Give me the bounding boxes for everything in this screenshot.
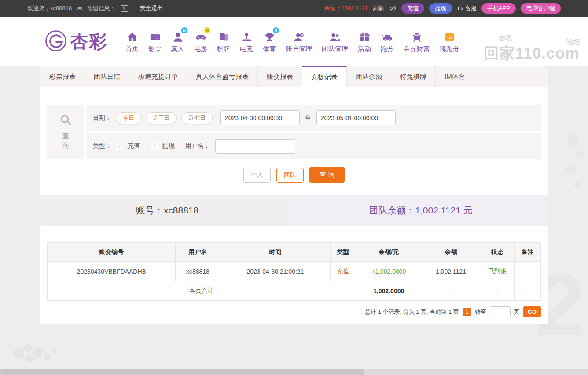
recharge-checkbox[interactable]: ✓ [116, 143, 123, 150]
team-button[interactable]: 团队 [276, 168, 304, 183]
team-manage-icon [329, 30, 341, 43]
nav-label: 嗨跑分 [440, 45, 459, 53]
egame-gamepad-icon: H [195, 30, 207, 43]
date-to-input[interactable] [317, 114, 396, 121]
withdraw-checkbox[interactable]: ✓ [151, 143, 158, 150]
summary-status: - [480, 281, 514, 301]
actions-row: 个人 团队 查 询 [47, 167, 541, 183]
nav-item-paofen[interactable]: 跑分 [378, 30, 397, 53]
nav-item-esports[interactable]: 电竞 [237, 30, 256, 53]
filter-date-row: 日期： 今日 近三日 近七日 至 [86, 105, 541, 131]
quick-3days-button[interactable]: 近三日 [146, 112, 177, 124]
tab-deposit-withdraw-records[interactable]: 充提记录 [302, 66, 347, 87]
to-label: 至 [305, 114, 311, 122]
tab-fast-orders[interactable]: 极速充提订单 [129, 66, 187, 87]
date-label: 日期： [93, 114, 111, 122]
summary-balance: - [422, 281, 480, 301]
tab-im-sports[interactable]: IM体育 [436, 66, 474, 87]
nav-item-activity[interactable]: 活动 [355, 30, 374, 53]
logout-link[interactable]: 安全退出 [140, 4, 163, 12]
account-label: 账号： [136, 204, 164, 217]
col-time: 时间 [220, 243, 331, 262]
tab-special-chess[interactable]: 特兔棋牌 [391, 66, 436, 87]
nav-label: 体育 [263, 45, 276, 53]
logo-emblem-icon [44, 29, 68, 54]
badge-n: N [273, 27, 279, 33]
nav-item-egame[interactable]: H 电游 [191, 30, 210, 53]
nav-label: 金鼎财富 [404, 45, 430, 53]
query-side-button[interactable]: 查询 [47, 105, 84, 159]
mobile-app-button[interactable]: 手机APP [481, 3, 516, 14]
tab-lottery-report[interactable]: 彩票报表 [40, 66, 85, 87]
horizontal-scrollbar[interactable] [0, 369, 588, 375]
balance-label: 余额： [324, 5, 341, 11]
nav-label: 账户管理 [286, 45, 312, 53]
nav-item-lottery[interactable]: 彩票 [145, 30, 165, 53]
recharge-checkbox-label[interactable]: 充值 [128, 142, 140, 150]
summary-remark: - [514, 281, 540, 301]
col-change-id: 账变编号 [48, 243, 176, 262]
topbar-right: 余额：1002.1121 刷新 充值 提现 客服 手机APP 电脑客户端 [324, 3, 561, 14]
badge-n: N [181, 27, 187, 33]
goto-page-input[interactable] [490, 306, 511, 317]
cell-amount: +1,002.0000 [356, 262, 422, 281]
go-button[interactable]: GO [523, 306, 541, 317]
account-summary-bar: 账号：xc88818 团队余额：1,002.1121 元 [40, 195, 548, 226]
query-button[interactable]: 查 询 [309, 167, 345, 183]
refresh-link[interactable]: 刷新 [373, 4, 384, 12]
team-balance: 团队余额：1,002.1121 元 [294, 195, 548, 226]
nav-item-team-manage[interactable]: 团队管理 [319, 30, 351, 53]
nav-item-chess[interactable]: 棋牌 [214, 30, 233, 53]
envelope-icon[interactable]: ✉ [77, 4, 82, 12]
date-to-field[interactable] [316, 110, 396, 125]
balance-text: 余额：1002.1121 [324, 4, 368, 12]
withdraw-button[interactable]: 提现 [429, 3, 452, 14]
welcome-text: 欢迎您，xc88818 [27, 4, 72, 12]
cell-change-id: 20230430VBBFDAADHB [48, 262, 176, 281]
pagination: 总计 1 个记录, 分为 1 页, 当前第 1 页 1 转至 页 GO [47, 306, 541, 317]
nav-item-home[interactable]: 首页 [122, 30, 142, 53]
pagination-info: 总计 1 个记录, 分为 1 页, 当前第 1 页 [365, 308, 459, 316]
username-input[interactable] [215, 139, 295, 154]
withdraw-checkbox-label[interactable]: 提现 [162, 142, 175, 150]
edit-icon[interactable]: ✎ [121, 5, 128, 12]
watermark-text-2: 论坛 [567, 38, 580, 46]
tab-team-daily[interactable]: 团队日结 [85, 66, 129, 87]
site-logo[interactable]: 杏彩 [44, 29, 107, 54]
service-label: 客服 [465, 4, 477, 12]
tab-team-balance[interactable]: 团队余额 [347, 66, 391, 87]
col-username: 用户名 [176, 243, 220, 262]
date-from-field[interactable] [220, 110, 300, 125]
balance-value: 1002.1121 [341, 5, 368, 11]
tab-live-sports-report[interactable]: 真人体育盈亏报表 [187, 66, 258, 87]
current-page-badge[interactable]: 1 [463, 308, 471, 316]
topbar: 欢迎您，xc88818 ✉ 预留信息： ✎ 安全退出 余额：1002.1121 … [0, 0, 588, 17]
nav-item-live[interactable]: N 真人 [168, 30, 187, 53]
personal-button[interactable]: 个人 [243, 168, 271, 183]
customer-service-link[interactable]: 客服 [457, 4, 477, 12]
cell-balance: 1,002.1121 [422, 262, 480, 281]
cell-type: 充值 [331, 262, 356, 281]
table-header-row: 账变编号 用户名 时间 类型 金额/元 余额 状态 备注 [48, 243, 541, 262]
account-manage-icon [293, 30, 305, 43]
quick-7days-button[interactable]: 近七日 [181, 112, 213, 124]
main-nav: 首页 彩票 N 真人 H 电游 [122, 30, 463, 53]
badge-h: H [204, 27, 210, 33]
account-value: xc88818 [164, 205, 198, 216]
date-from-input[interactable] [221, 114, 300, 121]
nav-item-wealth[interactable]: 金鼎财富 [401, 30, 433, 53]
scrollbar-thumb[interactable] [0, 369, 364, 375]
quick-today-button[interactable]: 今日 [116, 112, 141, 124]
summary-row: 本页合计 1,002.0000 - - - [48, 281, 541, 301]
nav-item-sports[interactable]: N 体育 [260, 30, 279, 53]
nav-item-hi-paofen[interactable]: hi 嗨跑分 [437, 30, 463, 53]
recharge-button[interactable]: 充值 [401, 3, 424, 14]
summary-label: 本页合计 [48, 281, 356, 301]
sports-trophy-icon: N [264, 30, 276, 43]
nav-item-account-manage[interactable]: 账户管理 [283, 30, 315, 53]
team-balance-value: 1,002.1121 元 [415, 204, 472, 217]
cell-status: 已到账 [480, 262, 514, 281]
tab-account-change-report[interactable]: 账变报表 [258, 66, 302, 87]
pc-client-button[interactable]: 电脑客户端 [521, 3, 561, 14]
eye-slash-icon[interactable] [389, 5, 397, 12]
